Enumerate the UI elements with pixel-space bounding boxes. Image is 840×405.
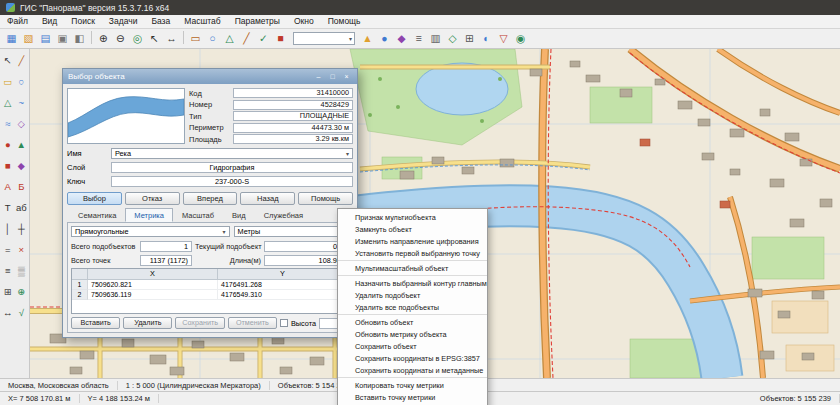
menu-item[interactable]: Масштаб bbox=[177, 15, 227, 28]
filled-diamond-icon[interactable]: ◆ bbox=[15, 156, 29, 177]
metric-action-button[interactable]: Вставить bbox=[71, 317, 120, 329]
legend-icon[interactable]: ▥ bbox=[428, 31, 443, 46]
height-checkbox[interactable] bbox=[280, 319, 288, 327]
hatch-icon[interactable]: ▒ bbox=[15, 261, 29, 282]
object-list-icon[interactable]: ≡ bbox=[411, 31, 426, 46]
context-menu-item[interactable]: Изменить направление цифрования bbox=[338, 235, 487, 247]
context-menu-item[interactable]: Вставить точку метрики bbox=[338, 391, 487, 403]
tab[interactable]: Вид bbox=[223, 208, 255, 222]
context-menu-item[interactable]: Копировать точку метрики bbox=[338, 379, 487, 391]
create-circle-icon[interactable]: ○ bbox=[205, 31, 220, 46]
context-menu-item[interactable]: Обновить метрику объекта bbox=[338, 328, 487, 340]
filled-triangle-icon[interactable]: ▲ bbox=[15, 135, 29, 156]
text-b-icon[interactable]: Б bbox=[15, 177, 29, 198]
text-small-icon[interactable]: аб bbox=[15, 198, 29, 219]
select-tool-icon[interactable]: ↖ bbox=[147, 31, 162, 46]
diamond-outline-icon[interactable]: ◇ bbox=[15, 114, 29, 135]
context-menu-item[interactable]: Мультимасштабный объект bbox=[338, 262, 487, 274]
equals-icon[interactable]: = bbox=[1, 240, 15, 261]
warning-icon[interactable]: ▲ bbox=[360, 31, 375, 46]
context-menu-item[interactable]: Назначить выбранный контур главным bbox=[338, 277, 487, 289]
context-menu-item[interactable]: Признак мультиобъекта bbox=[338, 211, 487, 223]
maximize-icon[interactable]: □ bbox=[327, 71, 338, 82]
y-cell[interactable]: 4176549.310 bbox=[218, 290, 348, 300]
menu-item[interactable]: База bbox=[144, 15, 177, 28]
dialog-button[interactable]: Назад bbox=[240, 192, 295, 205]
tab[interactable]: Служебная bbox=[255, 208, 312, 222]
table-row[interactable]: 1 7509620.821 4176491.268 bbox=[72, 280, 348, 290]
tab[interactable]: Масштаб bbox=[173, 208, 223, 222]
context-menu-item[interactable]: Сохранить координаты и метаданные bbox=[338, 364, 487, 376]
vertical-line-icon[interactable]: │ bbox=[1, 219, 15, 240]
menu-item[interactable]: Параметры bbox=[228, 15, 287, 28]
metric-action-button[interactable]: Удалить bbox=[123, 317, 172, 329]
dialog-button[interactable]: Помощь bbox=[298, 192, 353, 205]
object-name-combobox[interactable]: Река ▾ bbox=[111, 148, 353, 159]
menu-item[interactable]: Поиск bbox=[64, 15, 102, 28]
edit-tool-icon[interactable]: ╱ bbox=[239, 31, 254, 46]
menu-item[interactable]: Вид bbox=[35, 15, 64, 28]
create-rect-icon[interactable]: ▭ bbox=[188, 31, 203, 46]
units-combobox[interactable]: Метры ▾ bbox=[234, 226, 350, 237]
create-polygon-icon[interactable]: △ bbox=[222, 31, 237, 46]
stretch-h-icon[interactable]: ↔ bbox=[1, 303, 15, 324]
coordinate-system-combobox[interactable]: Прямоугольные ▾ bbox=[71, 226, 230, 237]
column-header-x[interactable]: X bbox=[88, 269, 218, 279]
metric-action-button[interactable]: Сохранить bbox=[175, 317, 224, 329]
x-cell[interactable]: 7509620.821 bbox=[88, 280, 218, 290]
context-menu-item[interactable]: Обновить объект bbox=[338, 316, 487, 328]
contrast-icon[interactable]: ◐ bbox=[479, 31, 494, 46]
close-icon[interactable]: × bbox=[341, 71, 352, 82]
point-icon[interactable]: ● bbox=[1, 135, 15, 156]
add-node-icon[interactable]: ⊕ bbox=[15, 282, 29, 303]
smooth-line-icon[interactable]: ~ bbox=[15, 93, 29, 114]
metric-action-button[interactable]: Отменить bbox=[228, 317, 277, 329]
dialog-title-bar[interactable]: Выбор объекта – □ × bbox=[63, 69, 357, 84]
x-cell[interactable]: 7509636.119 bbox=[88, 290, 218, 300]
context-menu-item[interactable]: Сохранить координаты в EPSG:3857 bbox=[338, 352, 487, 364]
dialog-button[interactable]: Отказ bbox=[125, 192, 180, 205]
region-icon[interactable]: ◇ bbox=[445, 31, 460, 46]
erase-icon[interactable]: × bbox=[15, 240, 29, 261]
context-menu-item[interactable]: Установить первой выбранную точку bbox=[338, 247, 487, 259]
target-icon[interactable]: ◉ bbox=[513, 31, 528, 46]
dialog-button[interactable]: Выбор bbox=[67, 192, 122, 205]
dialog-button[interactable]: Вперед bbox=[183, 192, 238, 205]
toolbar-separator[interactable] bbox=[183, 31, 184, 44]
new-map-icon[interactable]: ▦ bbox=[4, 31, 19, 46]
rhombus-object-icon[interactable]: ◆ bbox=[394, 31, 409, 46]
measure-icon[interactable]: √ bbox=[15, 303, 29, 324]
point-object-icon[interactable]: ● bbox=[377, 31, 392, 46]
cross-icon[interactable]: ┼ bbox=[15, 219, 29, 240]
save-map-icon[interactable]: ▤ bbox=[38, 31, 53, 46]
expand-icon[interactable]: ▽ bbox=[496, 31, 511, 46]
context-menu-item[interactable]: Сохранить объект bbox=[338, 340, 487, 352]
grid-icon[interactable]: ⊞ bbox=[462, 31, 477, 46]
delete-object-icon[interactable]: ■ bbox=[273, 31, 288, 46]
select-tool-icon[interactable]: ↖ bbox=[1, 51, 15, 72]
minimize-icon[interactable]: – bbox=[313, 71, 324, 82]
tab[interactable]: Семантика bbox=[69, 208, 125, 222]
filled-square-icon[interactable]: ■ bbox=[1, 156, 15, 177]
text-a-icon[interactable]: A bbox=[1, 177, 15, 198]
zoom-out-icon[interactable]: ⊖ bbox=[113, 31, 128, 46]
context-menu-item[interactable]: Замкнуть объект bbox=[338, 223, 487, 235]
print-icon[interactable]: ▣ bbox=[55, 31, 70, 46]
layers-icon[interactable]: ≡ bbox=[1, 261, 15, 282]
scale-combobox[interactable]: ▾ bbox=[293, 32, 355, 45]
wave-line-icon[interactable]: ≈ bbox=[1, 114, 15, 135]
menu-item[interactable]: Помощь bbox=[321, 15, 368, 28]
menu-item[interactable]: Задачи bbox=[102, 15, 145, 28]
coordinates-table[interactable]: X Y 1 7509620.821 4176491.268 2 7509636.… bbox=[71, 268, 349, 314]
draw-triangle-icon[interactable]: △ bbox=[1, 93, 15, 114]
context-menu-item[interactable]: Удалить подобъект bbox=[338, 289, 487, 301]
draw-rect-icon[interactable]: ▭ bbox=[1, 72, 15, 93]
column-header-y[interactable]: Y bbox=[218, 269, 348, 279]
title-bar[interactable]: ГИС "Панорама" версия 15.3.7.16 x64 bbox=[0, 0, 840, 15]
y-cell[interactable]: 4176491.268 bbox=[218, 280, 348, 290]
text-t-icon[interactable]: Т bbox=[1, 198, 15, 219]
table-row[interactable]: 2 7509636.119 4176549.310 bbox=[72, 290, 348, 300]
toolbar-separator[interactable] bbox=[91, 31, 92, 44]
zoom-in-icon[interactable]: ⊕ bbox=[96, 31, 111, 46]
pan-tool-icon[interactable]: ↔ bbox=[164, 31, 179, 46]
